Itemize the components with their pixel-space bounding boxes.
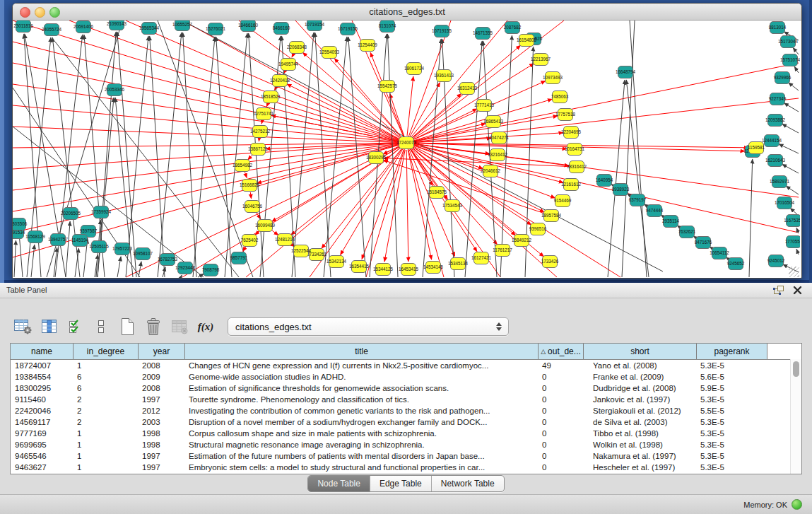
table-row[interactable]: 946362711997Embryonic stem cells: a mode… [11, 462, 801, 473]
table-cell[interactable]: 2003 [138, 416, 184, 428]
table-cell[interactable]: Nakamura et al. (1997) [583, 450, 696, 462]
table-cell[interactable]: 49 [538, 360, 583, 371]
table-row[interactable]: 1872400712008Changes of HCN gene express… [11, 360, 801, 371]
table-cell[interactable]: 1998 [138, 428, 184, 439]
table-cell[interactable]: 14569117 [11, 416, 73, 428]
row-select-button[interactable] [64, 316, 86, 337]
table-cell[interactable]: 1 [73, 360, 138, 371]
close-panel-icon[interactable] [793, 286, 802, 295]
float-panel-icon[interactable] [772, 285, 784, 296]
table-cell[interactable]: 19384554 [11, 371, 73, 382]
table-scrollbar[interactable] [790, 359, 801, 474]
table-cell[interactable]: 9699695 [11, 439, 73, 450]
graph-edge[interactable] [66, 221, 70, 277]
graph-edge[interactable] [245, 172, 247, 177]
table-cell[interactable]: Dudbridge et al. (2008) [583, 382, 696, 394]
table-cell[interactable]: 5.3E-5 [696, 428, 767, 439]
table-cell[interactable]: Disruption of a novel member of a sodium… [184, 416, 538, 428]
table-cell[interactable]: Tibbo et al. (1998) [583, 428, 696, 439]
table-cell[interactable]: Changes of HCN gene expression and I(f) … [184, 360, 538, 371]
graph-edge[interactable] [794, 66, 799, 73]
graph-edge[interactable] [243, 247, 246, 252]
graph-edge[interactable] [117, 32, 136, 277]
delete-table-button[interactable] [142, 316, 165, 337]
tab-node-table[interactable]: Node Table [308, 476, 370, 491]
graph-edge[interactable] [13, 127, 204, 277]
table-cell[interactable]: Structural magnetic resonance image aver… [184, 439, 538, 450]
table-cell[interactable]: Estimation of the future numbers of pati… [184, 450, 538, 462]
graph-edge[interactable] [410, 148, 477, 251]
graph-edge[interactable] [789, 83, 799, 90]
resize-grip[interactable] [789, 267, 799, 277]
table-cell[interactable]: 9777169 [11, 428, 73, 439]
table-cell[interactable]: Franke et al. (2009) [583, 371, 696, 382]
graph-edge[interactable] [139, 262, 141, 277]
table-cell[interactable]: 2 [73, 405, 138, 416]
graph-edge[interactable] [250, 192, 251, 199]
graph-edge[interactable] [98, 32, 116, 277]
table-cell[interactable]: 1998 [138, 439, 184, 450]
scrollbar-thumb[interactable] [793, 361, 799, 377]
column-header-short[interactable]: short [583, 344, 696, 359]
table-row[interactable]: 911546021997Tourette syndrome. Phenomeno… [11, 394, 801, 405]
column-header-out-de-[interactable]: △out_de... [538, 344, 583, 359]
graph-edge[interactable] [793, 47, 799, 54]
graph-edge[interactable] [266, 103, 268, 107]
graph-edge[interactable] [348, 37, 366, 277]
table-cell[interactable]: Stergiakouli et al. (2012) [583, 405, 696, 416]
table-cell[interactable]: 0 [538, 394, 583, 405]
table-cell[interactable]: 5.9E-5 [696, 382, 767, 394]
table-cell[interactable]: 0 [538, 405, 583, 416]
graph-edge[interactable] [622, 21, 635, 277]
graph-edge[interactable] [406, 98, 799, 143]
table-cell[interactable]: 1997 [138, 394, 184, 405]
function-builder-button[interactable]: f(x) [194, 316, 217, 337]
graph-edge[interactable] [370, 52, 404, 136]
column-header-in-degree[interactable]: in_degree [73, 344, 138, 359]
graph-edge[interactable] [406, 150, 408, 262]
table-cell[interactable]: 0 [538, 416, 583, 428]
table-row[interactable]: 1938455462009Genome-wide association stu… [11, 371, 801, 382]
table-row[interactable]: 969969511998Structural magnetic resonanc… [11, 439, 801, 450]
table-settings-button[interactable] [11, 316, 34, 337]
graph-edge[interactable] [782, 124, 799, 133]
graph-edge[interactable] [292, 54, 294, 57]
table-row[interactable]: 1456911722003Disruption of a novel membe… [11, 416, 801, 428]
network-canvas[interactable]: 1724007318300295230118162405572420691406… [13, 21, 800, 278]
table-cell[interactable]: 0 [538, 462, 583, 473]
network-graph[interactable]: 1724007318300295230118162405572420691406… [13, 21, 800, 278]
table-cell[interactable]: 6 [73, 371, 138, 382]
graph-edge[interactable] [181, 275, 182, 277]
table-cell[interactable]: 5.3E-5 [696, 450, 767, 462]
table-cell[interactable]: 2012 [138, 405, 184, 416]
table-cell[interactable]: Hescheler et al. (1997) [583, 462, 696, 473]
table-cell[interactable]: 2009 [138, 371, 184, 382]
table-cell[interactable]: Yano et al. (2008) [583, 360, 696, 371]
graph-edge[interactable] [779, 144, 799, 153]
table-row[interactable]: 1830029562008Estimation of significance … [11, 382, 801, 394]
graph-edge[interactable] [150, 36, 165, 277]
table-cell[interactable]: 5.3E-5 [696, 416, 767, 428]
table-cell[interactable]: 9115460 [11, 394, 73, 405]
tab-edge-table[interactable]: Edge Table [370, 476, 431, 491]
table-cell[interactable]: 2008 [138, 382, 184, 394]
table-row[interactable]: 977716911998Corpus callosum shape and si… [11, 428, 801, 439]
graph-edge[interactable] [782, 164, 799, 173]
graph-edge[interactable] [117, 257, 121, 277]
graph-edge[interactable] [626, 80, 649, 277]
table-cell[interactable]: 9465546 [11, 450, 73, 462]
table-selector[interactable]: citations_edges.txt [228, 317, 509, 336]
graph-edge[interactable] [784, 103, 799, 112]
table-cell[interactable]: 1997 [138, 450, 184, 462]
table-cell[interactable]: Corpus callosum shape and size in male p… [184, 428, 538, 439]
graph-edge[interactable] [406, 143, 799, 233]
graph-edge[interactable] [13, 21, 406, 143]
graph-edge[interactable] [749, 159, 753, 277]
table-cell[interactable]: Jankovic et al. (1997) [583, 394, 696, 405]
column-header-title[interactable]: title [184, 344, 538, 359]
import-table-button[interactable] [168, 316, 191, 337]
graph-edge[interactable] [13, 143, 406, 190]
table-cell[interactable]: 0 [538, 439, 583, 450]
table-cell[interactable]: 9463627 [11, 462, 73, 473]
graph-edge[interactable] [406, 63, 799, 143]
